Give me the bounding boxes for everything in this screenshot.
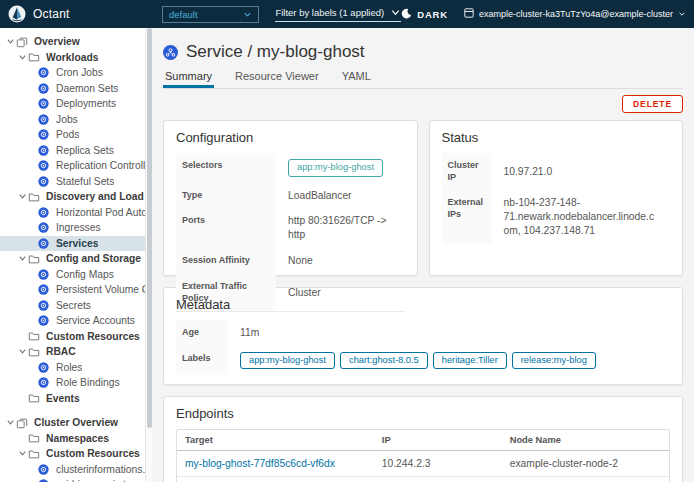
namespace-dropdown[interactable]: default (162, 6, 259, 23)
services-icon (38, 237, 51, 250)
sidebar-item-label: Replication Controllers (56, 160, 145, 171)
sidebar-item-secrets[interactable]: Secrets (0, 298, 145, 314)
sidebar-item-label: Replica Sets (56, 145, 114, 156)
sidebar-item-config-maps[interactable]: Config Maps (0, 267, 145, 283)
sidebar-item-services[interactable]: Services (0, 236, 145, 252)
sidebar-item-cluster-custom-resources[interactable]: Custom Resources (0, 446, 145, 462)
config-type-label: Type (176, 183, 276, 209)
configuration-title: Configuration (176, 130, 405, 145)
sidebar-item-csidrivers[interactable]: csidrivers.csi.storage.k8s.io (0, 477, 145, 482)
sidebar-item-workloads[interactable]: Workloads (0, 50, 145, 66)
status-card: Status Cluster IP10.97.21.0External IPsn… (429, 120, 684, 276)
labels-value: app:my-blog-ghostchart:ghost-8.0.5herita… (228, 346, 670, 376)
sidebar-item-label: Namespaces (46, 433, 109, 444)
sidebar-item-horizontal-pod-autoscalers[interactable]: Horizontal Pod Autoscalers (0, 205, 145, 221)
sidebar-item-jobs[interactable]: Jobs (0, 112, 145, 128)
roles-icon (38, 361, 51, 374)
chevron-down-icon[interactable] (4, 37, 16, 46)
tab-yaml[interactable]: YAML (340, 67, 373, 88)
scrollbar-thumb[interactable] (147, 28, 152, 428)
sidebar-item-label: Pods (56, 129, 79, 140)
theme-toggle[interactable]: DARK (401, 8, 448, 21)
chevron-down-icon[interactable] (16, 347, 28, 356)
page-title: Service / my-blog-ghost (186, 42, 365, 62)
label-filter-dropdown[interactable]: Filter by labels (1 applied) (275, 7, 401, 22)
chevron-down-icon (678, 10, 686, 18)
sidebar-item-overview[interactable]: Overview (0, 34, 145, 50)
sidebar-item-role-bindings[interactable]: Role Bindings (0, 375, 145, 391)
sidebar-item-label: Config Maps (56, 269, 114, 280)
sidebar-item-events[interactable]: Events (0, 391, 145, 407)
sidebar-item-label: Workloads (46, 52, 98, 63)
sidebar-item-stateful-sets[interactable]: Stateful Sets (0, 174, 145, 190)
config-session-affinity-value: None (276, 248, 405, 274)
config-maps-icon (38, 268, 51, 281)
chevron-down-icon[interactable] (16, 254, 28, 263)
discovery-and-load-balancing-icon (28, 190, 41, 203)
config-session-affinity-label: Session Affinity (176, 248, 276, 274)
sidebar-item-custom-resources[interactable]: Custom Resources (0, 329, 145, 345)
chevron-down-icon (243, 10, 252, 19)
metadata-label-tag[interactable]: chart:ghost-8.0.5 (340, 352, 428, 370)
cron-jobs-icon (38, 66, 51, 79)
sidebar-item-label: Cluster Overview (34, 417, 118, 428)
sidebar-item-label: Discovery and Load Balancing (46, 191, 145, 202)
stateful-sets-icon (38, 175, 51, 188)
chevron-down-icon[interactable] (16, 192, 28, 201)
csidrivers-icon (38, 478, 51, 482)
endpoint-node-name: example-cluster-node-2 (502, 451, 669, 477)
sidebar-item-namespaces[interactable]: Namespaces (0, 431, 145, 447)
endpoint-target-link[interactable]: my-blog-ghost-77df85c6cd-vf6dx (185, 458, 335, 469)
endpoint-ip: 10.244.2.3 (374, 451, 502, 477)
tab-resource-viewer[interactable]: Resource Viewer (233, 67, 321, 88)
age-value: 11m (228, 320, 670, 346)
sidebar-item-rbac[interactable]: RBAC (0, 344, 145, 360)
horizontal-pod-autoscalers-icon (38, 206, 51, 219)
clusterinformations-icon (38, 463, 51, 476)
metadata-label-tag[interactable]: app:my-blog-ghost (240, 352, 335, 370)
chevron-down-icon[interactable] (16, 449, 28, 458)
chevron-down-icon[interactable] (16, 53, 28, 62)
cluster-overview-icon (16, 416, 29, 429)
sidebar-item-clusterinformations[interactable]: clusterinformations.crd.projec (0, 462, 145, 478)
sidebar-item-replication-controllers[interactable]: Replication Controllers (0, 158, 145, 174)
sidebar-item-label: Secrets (56, 300, 91, 311)
age-label: Age (176, 320, 228, 346)
metadata-label-tag[interactable]: heritage:Tiller (433, 352, 507, 370)
delete-button[interactable]: DELETE (622, 95, 683, 113)
sidebar-item-label: clusterinformations.crd.projec (56, 464, 145, 475)
actions-row: DELETE (163, 95, 683, 113)
sidebar-item-pods[interactable]: Pods (0, 127, 145, 143)
chevron-down-icon[interactable] (4, 418, 16, 427)
replication-controllers-icon (38, 159, 51, 172)
sidebar-item-roles[interactable]: Roles (0, 360, 145, 376)
sidebar-item-discovery-and-load-balancing[interactable]: Discovery and Load Balancing (0, 189, 145, 205)
tab-summary[interactable]: Summary (163, 67, 214, 88)
sidebar-item-replica-sets[interactable]: Replica Sets (0, 143, 145, 159)
custom-resources-icon (28, 330, 41, 343)
config-type-value: LoadBalancer (276, 183, 405, 209)
moon-icon (401, 8, 412, 21)
sidebar-item-label: Cron Jobs (56, 67, 103, 78)
selector-tag[interactable]: app:my-blog-ghost (288, 159, 383, 177)
sidebar-item-cron-jobs[interactable]: Cron Jobs (0, 65, 145, 81)
table-row: my-blog-ghost-77df85c6cd-vf6dx10.244.2.3… (177, 451, 669, 477)
config-selectors-value: app:my-blog-ghost (276, 153, 405, 183)
sidebar-item-service-accounts[interactable]: Service Accounts (0, 313, 145, 329)
sidebar-item-config-and-storage[interactable]: Config and Storage (0, 251, 145, 267)
sidebar-item-persistent-volume-claims[interactable]: Persistent Volume Claims (0, 282, 145, 298)
sidebar-item-daemon-sets[interactable]: Daemon Sets (0, 81, 145, 97)
app-header: Octant default Filter by labels (1 appli… (0, 0, 694, 28)
sidebar-item-deployments[interactable]: Deployments (0, 96, 145, 112)
sidebar-item-cluster-overview[interactable]: Cluster Overview (0, 415, 145, 431)
endpoints-card: Endpoints TargetIPNode Name my-blog-ghos… (163, 396, 683, 482)
metadata-label-tag[interactable]: release:my-blog (512, 352, 596, 370)
context-selector[interactable]: example-cluster-ka3TuTzYo4a@example-clus… (464, 8, 686, 20)
sidebar-item-ingresses[interactable]: Ingresses (0, 220, 145, 236)
endpoints-table: TargetIPNode Name my-blog-ghost-77df85c6… (176, 429, 670, 482)
sidebar-scrollbar[interactable] (145, 28, 152, 482)
cluster-custom-resources-icon (28, 447, 41, 460)
tab-bar: Summary Resource Viewer YAML (163, 67, 683, 89)
status-cluster-ip-label: Cluster IP (442, 153, 492, 190)
brand: Octant (0, 5, 152, 23)
